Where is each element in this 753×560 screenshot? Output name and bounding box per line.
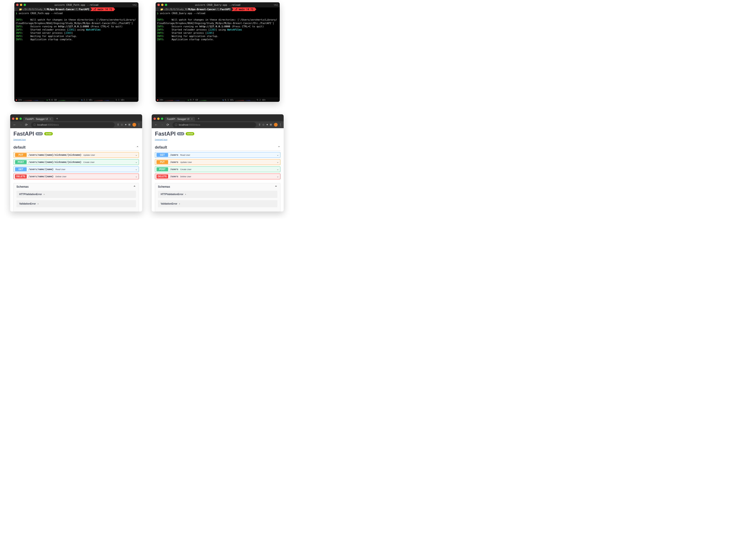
terminal-output[interactable]: ❯ uvicorn CRUD_Path:app --reload INFO: W… bbox=[14, 11, 138, 98]
close-icon[interactable] bbox=[157, 4, 160, 6]
profile-avatar[interactable] bbox=[132, 123, 136, 126]
chevron-up-icon[interactable]: ⌃ bbox=[278, 145, 281, 149]
terminal-window-right[interactable]: uvicorn CRUD_Query:app --reload ⌥⌘2 📁 ~/… bbox=[156, 2, 280, 102]
maximize-icon[interactable] bbox=[19, 118, 22, 120]
reload-button[interactable]: ⟳ bbox=[24, 122, 29, 127]
chevron-up-icon[interactable]: ⌃ bbox=[133, 185, 136, 189]
back-button[interactable]: ← bbox=[154, 122, 159, 127]
browser-toolbar[interactable]: ← → ⟳ ⓘ localhost:8000/docs ⇧ ☆ ✦ ⛨ ⋮ bbox=[10, 121, 142, 128]
url-bar[interactable]: ⓘ localhost:8000/docs bbox=[173, 122, 256, 127]
openapi-link[interactable]: /openapi.json bbox=[155, 138, 168, 141]
swagger-op-put[interactable]: PUT/usersUpdate User⌄ bbox=[155, 159, 281, 165]
bookmark-icon[interactable]: ☆ bbox=[121, 123, 123, 126]
swagger-op-put[interactable]: PUT/users/name/{name}/nickname/{nickname… bbox=[14, 152, 139, 158]
endpoint-path: /users/name/{name} bbox=[28, 168, 54, 171]
schema-item[interactable]: HTTPValidationError› bbox=[158, 191, 277, 198]
chevron-down-icon[interactable]: ⌄ bbox=[135, 161, 137, 164]
chevron-right-icon[interactable]: › bbox=[185, 193, 186, 196]
api-title: FastAPI bbox=[155, 131, 175, 137]
http-method-badge: POST bbox=[156, 167, 168, 171]
window-traffic-lights[interactable] bbox=[157, 4, 167, 6]
swagger-op-get[interactable]: GET/usersRead User⌄ bbox=[155, 152, 281, 158]
menu-icon[interactable]: ⋮ bbox=[137, 123, 140, 126]
info-icon[interactable]: ⓘ bbox=[33, 123, 36, 126]
terminal-titlebar[interactable]: uvicorn CRUD_Query:app --reload ⌥⌘2 bbox=[156, 2, 280, 7]
schema-item[interactable]: ValidationError› bbox=[158, 200, 277, 207]
chevron-up-icon[interactable]: ⌃ bbox=[136, 145, 139, 149]
menu-icon[interactable]: ⋮ bbox=[279, 123, 282, 126]
path-segment: 📁 ~/Dr/B/O/Study_M/MLOps-Breast-Cancer/E… bbox=[158, 7, 232, 11]
chevron-down-icon[interactable]: ⌄ bbox=[135, 175, 137, 178]
terminal-titlebar[interactable]: uvicorn CRUD_Path:app --reload ⌥⌘2 bbox=[14, 2, 138, 7]
minimize-icon[interactable] bbox=[20, 4, 22, 6]
terminal-prompt-path: 📁 ~/Dr/B/O/Study_M/MLOps-Breast-Cancer/E… bbox=[14, 7, 138, 11]
schema-item[interactable]: HTTPValidationError› bbox=[16, 191, 136, 198]
profile-avatar[interactable] bbox=[274, 123, 278, 126]
swagger-section-header[interactable]: default ⌃ bbox=[155, 145, 281, 151]
browser-toolbar[interactable]: ← → ⟳ ⓘ localhost:8000/docs ⇧ ☆ ✦ ⛨ ⋮ bbox=[152, 121, 284, 128]
url-bar[interactable]: ⓘ localhost:8000/docs bbox=[31, 122, 115, 127]
swagger-operations: PUT/users/name/{name}/nickname/{nickname… bbox=[14, 152, 139, 179]
swagger-op-post[interactable]: POST/users/name/{name}/nickname/{nicknam… bbox=[14, 159, 139, 165]
share-icon[interactable]: ⇧ bbox=[117, 123, 119, 126]
close-icon[interactable] bbox=[12, 118, 14, 120]
new-tab-button[interactable]: + bbox=[196, 117, 201, 121]
swagger-section-header[interactable]: default ⌃ bbox=[14, 145, 139, 151]
window-traffic-lights[interactable] bbox=[16, 4, 26, 6]
maximize-icon[interactable] bbox=[24, 4, 26, 6]
chevron-up-icon[interactable]: ⌃ bbox=[275, 185, 277, 189]
reload-button[interactable]: ⟳ bbox=[166, 122, 170, 127]
chevron-down-icon[interactable]: ⌄ bbox=[277, 175, 279, 178]
browser-tabbar[interactable]: FastAPI - Swagger UI × + bbox=[10, 114, 142, 121]
minimize-icon[interactable] bbox=[16, 118, 18, 120]
swagger-op-delete[interactable]: DELETE/usersDelete User⌄ bbox=[155, 174, 281, 179]
shield-icon[interactable]: ⛨ bbox=[128, 123, 131, 126]
browser-tab[interactable]: FastAPI - Swagger UI × bbox=[165, 117, 195, 121]
info-icon[interactable]: ⓘ bbox=[175, 123, 177, 126]
swagger-op-post[interactable]: POST/usersCreate User⌄ bbox=[155, 166, 281, 172]
tab-close-icon[interactable]: × bbox=[191, 118, 193, 120]
extensions-icon[interactable]: ✦ bbox=[124, 123, 127, 126]
new-tab-button[interactable]: + bbox=[54, 117, 60, 121]
chevron-down-icon[interactable]: ⌄ bbox=[135, 168, 137, 171]
swagger-page[interactable]: FastAPI 0.1.0 OAS3 /openapi.json default… bbox=[152, 128, 284, 212]
terminal-output[interactable]: ❯ uvicorn CRUD_Query:app --reload INFO: … bbox=[156, 11, 280, 98]
window-traffic-lights[interactable] bbox=[154, 118, 165, 121]
browser-window-right[interactable]: FastAPI - Swagger UI × + ← → ⟳ ⓘ localho… bbox=[152, 114, 284, 212]
tab-close-icon[interactable]: × bbox=[50, 118, 51, 120]
minimize-icon[interactable] bbox=[157, 118, 159, 120]
swagger-op-get[interactable]: GET/users/name/{name}Read User⌄ bbox=[14, 166, 139, 172]
back-button[interactable]: ← bbox=[12, 122, 17, 127]
maximize-icon[interactable] bbox=[161, 118, 163, 120]
close-icon[interactable] bbox=[16, 4, 19, 6]
forward-button[interactable]: → bbox=[18, 122, 23, 127]
chevron-down-icon[interactable]: ⌄ bbox=[277, 168, 279, 171]
chevron-right-icon[interactable]: › bbox=[44, 193, 44, 196]
endpoint-path: /users bbox=[170, 154, 178, 156]
bookmark-icon[interactable]: ☆ bbox=[262, 123, 265, 126]
chevron-right-icon[interactable]: › bbox=[179, 202, 180, 205]
endpoint-summary: Update User bbox=[83, 154, 95, 156]
browser-tab[interactable]: FastAPI - Swagger UI × bbox=[23, 117, 54, 121]
extensions-icon[interactable]: ✦ bbox=[266, 123, 268, 126]
minimize-icon[interactable] bbox=[161, 4, 163, 6]
forward-button[interactable]: → bbox=[159, 122, 165, 127]
chevron-down-icon[interactable]: ⌄ bbox=[277, 161, 279, 164]
schema-item[interactable]: ValidationError› bbox=[16, 200, 136, 207]
swagger-op-delete[interactable]: DELETE/users/name/{name}Delete User⌄ bbox=[14, 174, 139, 179]
swagger-page[interactable]: FastAPI 0.1.0 OAS3 /openapi.json default… bbox=[10, 128, 142, 212]
openapi-link[interactable]: /openapi.json bbox=[14, 138, 26, 141]
chevron-down-icon[interactable]: ⌄ bbox=[277, 154, 279, 156]
git-branch-segment: ⎇ main !4 ?1 bbox=[232, 7, 255, 11]
share-icon[interactable]: ⇧ bbox=[258, 123, 261, 126]
terminal-statusbar: ▣16% ▭9.6 GB ⇅2.1 kB↓3.1 kB↑ bbox=[14, 98, 138, 102]
shield-icon[interactable]: ⛨ bbox=[270, 123, 272, 126]
close-icon[interactable] bbox=[154, 118, 156, 120]
window-traffic-lights[interactable] bbox=[12, 118, 23, 121]
browser-tabbar[interactable]: FastAPI - Swagger UI × + bbox=[152, 114, 284, 121]
maximize-icon[interactable] bbox=[165, 4, 167, 6]
browser-window-left[interactable]: FastAPI - Swagger UI × + ← → ⟳ ⓘ localho… bbox=[10, 114, 142, 212]
chevron-down-icon[interactable]: ⌄ bbox=[135, 154, 137, 156]
chevron-right-icon[interactable]: › bbox=[38, 202, 38, 205]
terminal-window-left[interactable]: uvicorn CRUD_Path:app --reload ⌥⌘2 📁 ~/D… bbox=[14, 2, 138, 102]
